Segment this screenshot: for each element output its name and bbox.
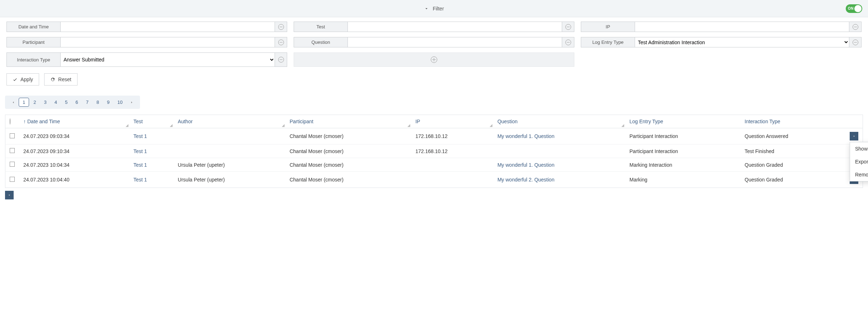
cell-log-entry-type: Marking	[625, 172, 740, 188]
cell-question-link[interactable]: My wonderful 2. Question	[498, 177, 555, 183]
filter-question-label: Question	[294, 37, 347, 47]
table-row: 24.07.2023 10:04:34Test 1Ursula Peter (u…	[5, 158, 863, 172]
pager-page-6[interactable]: 6	[72, 98, 81, 106]
filter-participant-input[interactable]	[60, 37, 275, 47]
filter-question-input[interactable]	[347, 37, 562, 47]
cell-participant: Chantal Moser (cmoser)	[285, 172, 411, 188]
filter-test-input[interactable]	[347, 22, 562, 32]
col-log-entry-type[interactable]: Log Entry Type	[625, 115, 740, 128]
filter-date-time-label: Date and Time	[6, 22, 60, 32]
plus-icon	[10, 118, 10, 125]
filter-ip: IP	[581, 22, 862, 32]
col-add[interactable]	[5, 115, 19, 128]
col-ip[interactable]: IP◢	[411, 115, 493, 128]
remove-filter-date-time[interactable]	[275, 22, 287, 32]
pager-next[interactable]	[127, 99, 136, 106]
minus-icon	[278, 57, 284, 63]
minus-icon	[565, 24, 571, 30]
pager-page-4[interactable]: 4	[51, 98, 61, 106]
filter-participant: Participant	[6, 37, 287, 47]
chevron-down-icon	[424, 6, 429, 11]
cell-question-link[interactable]: My wonderful 1. Question	[498, 133, 555, 139]
cell-test-link[interactable]: Test 1	[134, 148, 147, 154]
table-row: 24.07.2023 09:03:34Test 1Chantal Moser (…	[5, 128, 863, 144]
col-participant[interactable]: Participant◢	[285, 115, 411, 128]
resize-handle-icon[interactable]: ◢	[490, 123, 493, 127]
pager-page-10[interactable]: 10	[114, 98, 126, 106]
check-icon	[13, 77, 18, 82]
bulk-actions-button[interactable]	[5, 191, 863, 199]
filter-date-time-input[interactable]	[60, 22, 275, 32]
cell-ip	[411, 158, 493, 172]
filter-on-switch[interactable]: ON	[846, 4, 862, 13]
filter-log-entry-type: Log Entry Type Test Administration Inter…	[581, 37, 862, 47]
resize-handle-icon[interactable]: ◢	[126, 123, 129, 127]
filter-toggle[interactable]: Filter	[424, 6, 444, 11]
remove-filter-question[interactable]	[562, 37, 574, 47]
chevron-left-icon	[11, 100, 15, 105]
row-checkbox[interactable]	[10, 133, 15, 138]
minus-icon	[278, 24, 284, 30]
pager-page-3[interactable]: 3	[40, 98, 50, 106]
results-table: ↑Date and Time◢ Test◢ Author◢ Participan…	[5, 115, 863, 188]
apply-button[interactable]: Apply	[6, 73, 39, 86]
row-actions-button[interactable]	[850, 132, 858, 140]
filter-ip-input[interactable]	[635, 22, 849, 32]
remove-filter-ip[interactable]	[849, 22, 862, 32]
row-checkbox[interactable]	[10, 148, 15, 153]
pager-page-5[interactable]: 5	[61, 98, 71, 106]
minus-icon	[278, 40, 284, 45]
cell-log-entry-type: Participant Interaction	[625, 128, 740, 144]
remove-filter-interaction-type[interactable]	[275, 52, 287, 67]
row-checkbox[interactable]	[10, 177, 15, 182]
remove-filter-test[interactable]	[562, 22, 574, 32]
refresh-icon	[50, 77, 55, 82]
resize-handle-icon[interactable]: ◢	[170, 123, 173, 127]
cell-author: Ursula Peter (upeter)	[173, 158, 285, 172]
pager-page-8[interactable]: 8	[93, 98, 103, 106]
cell-question-link[interactable]: My wonderful 1. Question	[498, 162, 555, 168]
reset-button[interactable]: Reset	[44, 73, 78, 86]
plus-icon	[431, 56, 437, 63]
menu-remove[interactable]: Remove	[850, 168, 868, 181]
chevron-right-icon	[130, 100, 134, 105]
resize-handle-icon[interactable]: ◢	[621, 123, 624, 127]
cell-ip: 172.168.10.12	[411, 128, 493, 144]
cell-test-link[interactable]: Test 1	[134, 162, 147, 168]
cell-test-link[interactable]: Test 1	[134, 177, 147, 183]
menu-export-csv[interactable]: Export as CSV	[850, 155, 868, 168]
pager-page-2[interactable]: 2	[30, 98, 39, 106]
resize-handle-icon[interactable]: ◢	[407, 123, 410, 127]
pager-page-7[interactable]: 7	[82, 98, 92, 106]
pager-page-1[interactable]: 1	[19, 98, 29, 107]
remove-filter-participant[interactable]	[275, 37, 287, 47]
col-question[interactable]: Question◢	[493, 115, 625, 128]
cell-participant: Chantal Moser (cmoser)	[285, 128, 411, 144]
add-filter-button[interactable]	[294, 52, 574, 67]
remove-filter-log-entry-type[interactable]	[849, 37, 862, 47]
minus-icon	[565, 40, 571, 45]
cell-interaction-type: Question Answered	[740, 128, 845, 144]
cell-ip	[411, 172, 493, 188]
cell-log-entry-type: Participant Interaction	[625, 144, 740, 158]
col-author[interactable]: Author◢	[173, 115, 285, 128]
pager-page-9[interactable]: 9	[103, 98, 113, 106]
cell-date-time: 24.07.2023 10:04:34	[19, 158, 129, 172]
filter-ip-label: IP	[581, 22, 635, 32]
filter-title: Filter	[433, 6, 444, 11]
row-checkbox[interactable]	[10, 162, 15, 167]
resize-handle-icon[interactable]: ◢	[282, 123, 285, 127]
cell-author	[173, 144, 285, 158]
col-test[interactable]: Test◢	[129, 115, 173, 128]
filter-date-time: Date and Time	[6, 22, 287, 32]
col-interaction-type[interactable]: Interaction Type	[740, 115, 845, 128]
cell-interaction-type: Question Graded	[740, 158, 845, 172]
menu-show-additional-info[interactable]: Show Additional Information	[850, 142, 868, 155]
filter-interaction-type-select[interactable]: Answer Submitted	[60, 52, 275, 67]
pager-prev[interactable]	[9, 99, 18, 106]
cell-log-entry-type: Marking Interaction	[625, 158, 740, 172]
cell-participant: Chantal Moser (cmoser)	[285, 158, 411, 172]
col-date-time[interactable]: ↑Date and Time◢	[19, 115, 129, 128]
filter-log-entry-type-select[interactable]: Test Administration Interaction	[635, 37, 849, 47]
cell-test-link[interactable]: Test 1	[134, 133, 147, 139]
